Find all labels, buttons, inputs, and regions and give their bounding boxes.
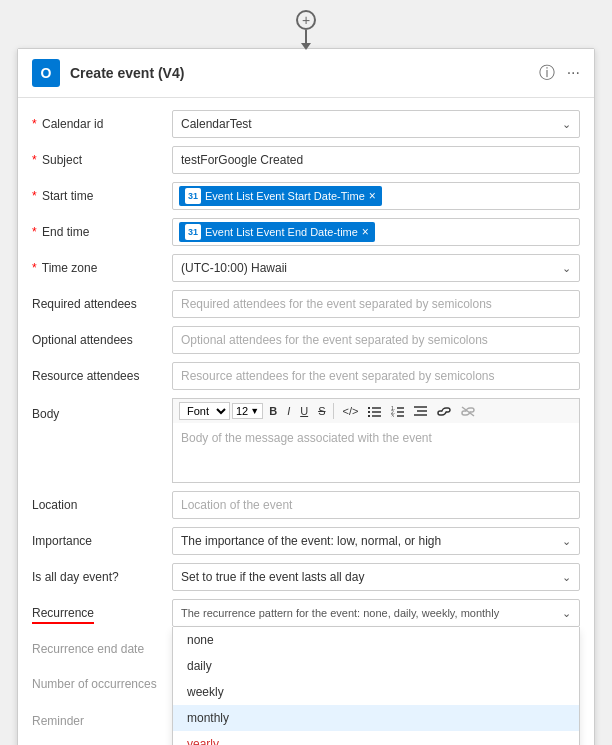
all-day-event-select[interactable]: Set to true if the event lasts all day ⌄ xyxy=(172,563,580,591)
start-time-tag: 31 Event List Event Start Date-Time × xyxy=(179,186,382,206)
calendar-icon: 31 xyxy=(185,188,201,204)
arrow-connector-top xyxy=(305,30,307,44)
link-button[interactable] xyxy=(433,404,455,419)
recurrence-row: Recurrence The recurrence pattern for th… xyxy=(32,595,580,631)
unordered-list-button[interactable] xyxy=(364,404,385,419)
ordered-list-button[interactable]: 1. 2. 3. xyxy=(387,404,408,419)
required-attendees-input[interactable]: Required attendees for the event separat… xyxy=(172,290,580,318)
calendar-id-label: * Calendar id xyxy=(32,110,172,133)
code-button[interactable]: </> xyxy=(338,403,362,419)
calendar-id-field: CalendarTest ⌄ xyxy=(172,110,580,138)
importance-row: Importance The importance of the event: … xyxy=(32,523,580,559)
dropdown-item-none[interactable]: none xyxy=(173,627,579,653)
start-time-label: * Start time xyxy=(32,182,172,205)
importance-label: Importance xyxy=(32,527,172,550)
dropdown-item-monthly[interactable]: monthly xyxy=(173,705,579,731)
number-occurrences-label: Number of occurrences xyxy=(32,671,172,693)
dropdown-item-daily[interactable]: daily xyxy=(173,653,579,679)
chevron-down-icon: ⌄ xyxy=(562,535,571,548)
all-day-event-field: Set to true if the event lasts all day ⌄ xyxy=(172,563,580,591)
required-star: * xyxy=(32,153,37,167)
recurrence-label: Recurrence xyxy=(32,599,172,622)
svg-rect-2 xyxy=(368,411,370,413)
chevron-down-icon: ⌄ xyxy=(562,571,571,584)
body-field: Font 12 ▼ B I U S </> xyxy=(172,398,580,483)
reminder-label: Reminder xyxy=(32,707,172,730)
required-attendees-field: Required attendees for the event separat… xyxy=(172,290,580,318)
connector-top: + xyxy=(296,10,316,44)
font-size-select[interactable]: 12 ▼ xyxy=(232,403,263,419)
subject-row: * Subject xyxy=(32,142,580,178)
svg-rect-0 xyxy=(368,407,370,409)
time-zone-select[interactable]: (UTC-10:00) Hawaii ⌄ xyxy=(172,254,580,282)
body-editor[interactable]: Body of the message associated with the … xyxy=(172,423,580,483)
toolbar-separator xyxy=(333,403,334,419)
resource-attendees-input[interactable]: Resource attendees for the event separat… xyxy=(172,362,580,390)
svg-text:3.: 3. xyxy=(391,413,395,417)
required-star: * xyxy=(32,261,37,275)
calendar-id-row: * Calendar id CalendarTest ⌄ xyxy=(32,106,580,142)
end-time-row: * End time 31 Event List Event End Date-… xyxy=(32,214,580,250)
create-event-card: O Create event (V4) ⓘ ··· * Calendar id … xyxy=(17,48,595,745)
location-label: Location xyxy=(32,491,172,514)
list-ordered-icon: 1. 2. 3. xyxy=(391,406,404,417)
add-connector-top[interactable]: + xyxy=(296,10,316,30)
calendar-icon: 31 xyxy=(185,224,201,240)
importance-select[interactable]: The importance of the event: low, normal… xyxy=(172,527,580,555)
recurrence-select[interactable]: The recurrence pattern for the event: no… xyxy=(172,599,580,627)
end-time-tag-input[interactable]: 31 Event List Event End Date-time × xyxy=(172,218,580,246)
time-zone-row: * Time zone (UTC-10:00) Hawaii ⌄ xyxy=(32,250,580,286)
indent-icon xyxy=(414,406,427,417)
header-icons: ⓘ ··· xyxy=(539,63,580,84)
unlink-icon xyxy=(461,406,476,417)
location-input[interactable]: Location of the event xyxy=(172,491,580,519)
remove-start-time-tag[interactable]: × xyxy=(369,190,376,202)
font-select[interactable]: Font xyxy=(179,402,230,420)
end-time-tag: 31 Event List Event End Date-time × xyxy=(179,222,375,242)
dropdown-item-yearly[interactable]: yearly xyxy=(173,731,579,745)
time-zone-field: (UTC-10:00) Hawaii ⌄ xyxy=(172,254,580,282)
italic-button[interactable]: I xyxy=(283,403,294,419)
subject-input[interactable] xyxy=(172,146,580,174)
card-title: Create event (V4) xyxy=(70,65,539,81)
chevron-down-icon: ⌄ xyxy=(562,118,571,131)
location-field: Location of the event xyxy=(172,491,580,519)
resource-attendees-row: Resource attendees Resource attendees fo… xyxy=(32,358,580,394)
recurrence-end-date-label: Recurrence end date xyxy=(32,635,172,658)
size-chevron-icon: ▼ xyxy=(250,406,259,416)
end-time-field: 31 Event List Event End Date-time × xyxy=(172,218,580,246)
all-day-event-row: Is all day event? Set to true if the eve… xyxy=(32,559,580,595)
optional-attendees-input[interactable]: Optional attendees for the event separat… xyxy=(172,326,580,354)
calendar-id-select[interactable]: CalendarTest ⌄ xyxy=(172,110,580,138)
card-header: O Create event (V4) ⓘ ··· xyxy=(18,49,594,98)
chevron-down-icon: ⌄ xyxy=(562,262,571,275)
remove-end-time-tag[interactable]: × xyxy=(362,226,369,238)
more-options-button[interactable]: ··· xyxy=(567,64,580,82)
bold-button[interactable]: B xyxy=(265,403,281,419)
page-container: + O Create event (V4) ⓘ ··· * Calendar i… xyxy=(0,10,612,745)
start-time-field: 31 Event List Event Start Date-Time × xyxy=(172,182,580,210)
body-toolbar: Font 12 ▼ B I U S </> xyxy=(172,398,580,423)
optional-attendees-field: Optional attendees for the event separat… xyxy=(172,326,580,354)
dropdown-item-weekly[interactable]: weekly xyxy=(173,679,579,705)
subject-label: * Subject xyxy=(32,146,172,169)
start-time-tag-input[interactable]: 31 Event List Event Start Date-Time × xyxy=(172,182,580,210)
list-unordered-icon xyxy=(368,406,381,417)
required-attendees-label: Required attendees xyxy=(32,290,172,313)
chevron-down-icon: ⌄ xyxy=(562,607,571,620)
all-day-event-label: Is all day event? xyxy=(32,563,172,586)
strikethrough-button[interactable]: S xyxy=(314,403,329,419)
indent-button[interactable] xyxy=(410,404,431,419)
info-button[interactable]: ⓘ xyxy=(539,63,555,84)
optional-attendees-row: Optional attendees Optional attendees fo… xyxy=(32,322,580,358)
resource-attendees-label: Resource attendees xyxy=(32,362,172,385)
importance-field: The importance of the event: low, normal… xyxy=(172,527,580,555)
unlink-button[interactable] xyxy=(457,404,480,419)
required-star: * xyxy=(32,225,37,239)
body-label: Body xyxy=(32,398,172,423)
optional-attendees-label: Optional attendees xyxy=(32,326,172,349)
underline-button[interactable]: U xyxy=(296,403,312,419)
required-attendees-row: Required attendees Required attendees fo… xyxy=(32,286,580,322)
recurrence-field: The recurrence pattern for the event: no… xyxy=(172,599,580,627)
end-time-label: * End time xyxy=(32,218,172,241)
